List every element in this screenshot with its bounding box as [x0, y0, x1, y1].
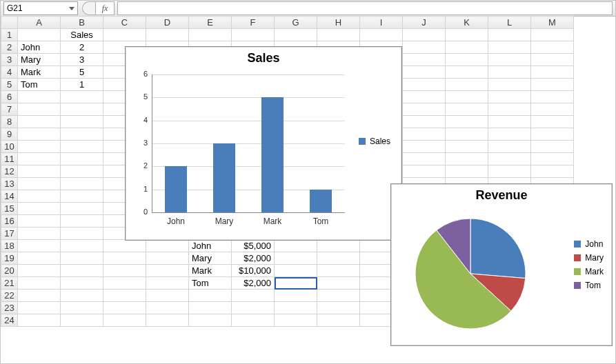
row-header-9[interactable]: 9 [1, 128, 18, 141]
cell-F20[interactable]: $10,000 [232, 265, 275, 277]
cell-L5[interactable] [488, 79, 531, 91]
cell-B5[interactable]: 1 [61, 79, 103, 91]
cell-F22[interactable] [232, 290, 275, 302]
cell-B9[interactable] [61, 128, 103, 141]
cell-F21[interactable]: $2,000 [232, 277, 275, 290]
cell-B18[interactable] [61, 240, 103, 252]
cell-F23[interactable] [232, 302, 275, 314]
cell-E18[interactable]: John [189, 240, 232, 252]
cell-J3[interactable] [403, 54, 446, 66]
row-header-20[interactable]: 20 [1, 265, 18, 277]
row-header-10[interactable]: 10 [1, 141, 18, 153]
cell-C23[interactable] [103, 302, 146, 314]
cell-K10[interactable] [446, 141, 488, 153]
col-header-B[interactable]: B [61, 17, 103, 29]
cell-A23[interactable] [18, 302, 61, 314]
cell-B10[interactable] [61, 141, 103, 153]
cell-M7[interactable] [531, 103, 574, 116]
cell-L1[interactable] [488, 29, 531, 41]
cell-J12[interactable] [403, 165, 446, 178]
cell-A18[interactable] [18, 240, 61, 252]
row-header-14[interactable]: 14 [1, 190, 18, 203]
cell-E22[interactable] [189, 290, 232, 302]
cell-E20[interactable]: Mark [189, 265, 232, 277]
bar-Mark[interactable] [261, 97, 284, 212]
cell-C20[interactable] [103, 265, 146, 277]
cell-B20[interactable] [61, 265, 103, 277]
col-header-I[interactable]: I [360, 17, 403, 29]
row-header-17[interactable]: 17 [1, 228, 18, 240]
row-header-15[interactable]: 15 [1, 203, 18, 215]
cell-K7[interactable] [446, 103, 488, 116]
cell-H18[interactable] [317, 240, 360, 252]
cell-H20[interactable] [317, 265, 360, 277]
cell-E19[interactable]: Mary [189, 252, 232, 265]
col-header-J[interactable]: J [403, 17, 446, 29]
cell-B22[interactable] [61, 290, 103, 302]
cell-L10[interactable] [488, 141, 531, 153]
cell-K12[interactable] [446, 165, 488, 178]
cell-G20[interactable] [275, 265, 317, 277]
cell-B19[interactable] [61, 252, 103, 265]
cell-A11[interactable] [18, 153, 61, 165]
cell-B13[interactable] [61, 178, 103, 190]
cell-E1[interactable] [189, 29, 232, 41]
cell-H19[interactable] [317, 252, 360, 265]
cell-A3[interactable]: Mary [18, 54, 61, 66]
cell-K8[interactable] [446, 116, 488, 128]
cell-A2[interactable]: John [18, 41, 61, 54]
col-header-C[interactable]: C [103, 17, 146, 29]
cell-F1[interactable] [232, 29, 275, 41]
cell-B17[interactable] [61, 228, 103, 240]
col-header-F[interactable]: F [232, 17, 275, 29]
cell-H24[interactable] [317, 314, 360, 327]
cell-G23[interactable] [275, 302, 317, 314]
select-all-corner[interactable] [1, 17, 18, 29]
cell-K6[interactable] [446, 91, 488, 103]
cell-A13[interactable] [18, 178, 61, 190]
cell-K4[interactable] [446, 66, 488, 79]
cell-K11[interactable] [446, 153, 488, 165]
col-header-E[interactable]: E [189, 17, 232, 29]
cell-A16[interactable] [18, 215, 61, 228]
cell-B12[interactable] [61, 165, 103, 178]
cell-H1[interactable] [317, 29, 360, 41]
bar-John[interactable] [165, 166, 187, 212]
row-header-6[interactable]: 6 [1, 91, 18, 103]
cell-L9[interactable] [488, 128, 531, 141]
cell-B7[interactable] [61, 103, 103, 116]
cell-D23[interactable] [146, 302, 189, 314]
cell-G19[interactable] [275, 252, 317, 265]
cell-G22[interactable] [275, 290, 317, 302]
row-header-1[interactable]: 1 [1, 29, 18, 41]
cell-J1[interactable] [403, 29, 446, 41]
cell-J9[interactable] [403, 128, 446, 141]
row-header-5[interactable]: 5 [1, 79, 18, 91]
cell-M6[interactable] [531, 91, 574, 103]
cell-A22[interactable] [18, 290, 61, 302]
cell-B3[interactable]: 3 [61, 54, 103, 66]
cell-B1[interactable]: Sales [61, 29, 103, 41]
cell-J11[interactable] [403, 153, 446, 165]
col-header-D[interactable]: D [146, 17, 189, 29]
cell-L8[interactable] [488, 116, 531, 128]
row-header-24[interactable]: 24 [1, 314, 18, 327]
cell-J7[interactable] [403, 103, 446, 116]
cell-A17[interactable] [18, 228, 61, 240]
row-header-13[interactable]: 13 [1, 178, 18, 190]
cell-J2[interactable] [403, 41, 446, 54]
cell-C22[interactable] [103, 290, 146, 302]
cell-L4[interactable] [488, 66, 531, 79]
col-header-A[interactable]: A [18, 17, 61, 29]
cell-E21[interactable]: Tom [189, 277, 232, 290]
pie-slice-John[interactable] [470, 219, 526, 279]
cell-H21[interactable] [317, 277, 360, 290]
cell-C18[interactable] [103, 240, 146, 252]
cell-K3[interactable] [446, 54, 488, 66]
cell-L7[interactable] [488, 103, 531, 116]
row-header-22[interactable]: 22 [1, 290, 18, 302]
cell-A1[interactable] [18, 29, 61, 41]
col-header-M[interactable]: M [531, 17, 574, 29]
formula-input[interactable] [117, 1, 613, 15]
cell-F19[interactable]: $2,000 [232, 252, 275, 265]
